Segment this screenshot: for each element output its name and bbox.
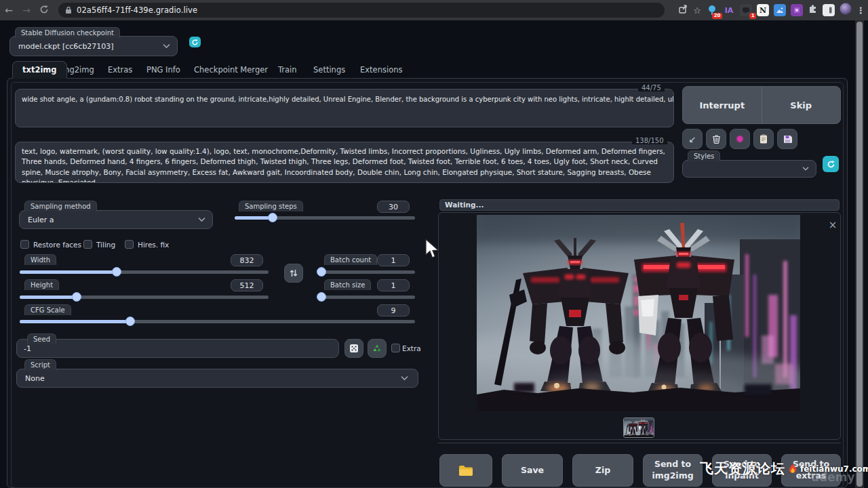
- dice-icon: [349, 344, 359, 353]
- extra-seed-checkbox[interactable]: [391, 344, 400, 352]
- script-label: Script: [24, 359, 56, 370]
- height-label: Height: [24, 279, 59, 290]
- reuse-seed-button[interactable]: [368, 339, 387, 358]
- batch-count-input[interactable]: [377, 254, 410, 266]
- tab-checkpoint-merger[interactable]: Checkpoint Merger: [194, 61, 268, 79]
- tab-settings[interactable]: Settings: [313, 61, 345, 79]
- width-input[interactable]: [231, 254, 263, 266]
- tab-train[interactable]: Train: [278, 61, 297, 79]
- chevron-down-icon: [802, 167, 809, 171]
- prompt-textarea[interactable]: wide shot angle, a (gundam:0.8) robot st…: [15, 89, 674, 127]
- width-label: Width: [24, 254, 56, 265]
- ext-screenshot-icon[interactable]: [774, 4, 786, 16]
- ext-pin-icon[interactable]: 20: [706, 4, 718, 16]
- browser-toolbar: ← → 02a56ff4-71ff-439e.gradio.live ☆ 20 …: [0, 0, 868, 20]
- negative-prompt-textarea[interactable]: text, logo, watermark, (worst quality, l…: [15, 142, 674, 183]
- save-button[interactable]: Save: [502, 454, 563, 487]
- skip-button[interactable]: Skip: [762, 87, 841, 123]
- tiling-label: Tiling: [96, 241, 115, 249]
- refresh-checkpoint-button[interactable]: [189, 37, 201, 47]
- reload-icon[interactable]: [35, 5, 53, 16]
- paste-params-button[interactable]: ↙: [682, 129, 703, 149]
- lock-icon: [65, 6, 72, 14]
- script-dropdown[interactable]: None: [16, 369, 418, 388]
- forum-watermark-url: feitianwu7.com: [800, 464, 868, 474]
- refresh-styles-button[interactable]: [823, 156, 839, 172]
- progress-status: Waiting...: [445, 201, 484, 209]
- batch-count-slider[interactable]: [317, 267, 415, 277]
- folder-icon: [458, 465, 473, 476]
- styles-dropdown[interactable]: [682, 160, 816, 178]
- tab-extras[interactable]: Extras: [108, 61, 132, 79]
- generated-image[interactable]: [477, 215, 800, 411]
- apply-styles-button[interactable]: [753, 129, 774, 149]
- chevron-down-icon: [198, 218, 205, 222]
- tiling-checkbox[interactable]: [83, 240, 92, 249]
- zip-button[interactable]: Zip: [572, 454, 633, 487]
- width-slider[interactable]: [20, 267, 269, 277]
- clipboard-icon: [760, 134, 768, 144]
- tab-png-info[interactable]: PNG Info: [146, 61, 180, 79]
- cfg-scale-slider[interactable]: [20, 317, 415, 326]
- ext-notion-icon[interactable]: N: [757, 4, 769, 16]
- ext-chat-icon[interactable]: 1: [740, 4, 752, 16]
- open-folder-button[interactable]: [439, 454, 492, 487]
- restore-faces-checkbox[interactable]: [20, 240, 29, 249]
- ext-ia-icon[interactable]: IA: [723, 4, 735, 16]
- sampling-steps-slider[interactable]: [235, 213, 415, 222]
- seed-input[interactable]: [16, 339, 339, 358]
- ext-sidebar-icon[interactable]: [823, 4, 835, 16]
- swap-dimensions-button[interactable]: [284, 264, 303, 283]
- profile-avatar[interactable]: [840, 3, 852, 18]
- chevron-down-icon: [401, 376, 408, 381]
- back-icon[interactable]: ←: [0, 5, 18, 16]
- restore-faces-label: Restore faces: [33, 241, 81, 249]
- refresh-icon: [827, 160, 835, 169]
- extension-strip: ☆ 20 IA 1 N: [678, 0, 865, 20]
- sampling-method-dropdown[interactable]: Euler a: [19, 210, 213, 229]
- random-seed-button[interactable]: [344, 339, 363, 358]
- batch-size-input[interactable]: [377, 279, 410, 291]
- cfg-scale-input[interactable]: [377, 304, 410, 317]
- save-style-button[interactable]: [777, 129, 797, 149]
- negative-token-counter: 138/150: [632, 137, 667, 144]
- url-text: 02a56ff4-71ff-439e.gradio.live: [77, 5, 197, 15]
- gundam-cyberpunk-render: [477, 215, 800, 411]
- tab-extensions[interactable]: Extensions: [360, 61, 402, 79]
- share-icon[interactable]: [678, 4, 688, 17]
- ext-onenote-icon[interactable]: [791, 4, 803, 16]
- batch-size-slider[interactable]: [317, 292, 415, 302]
- forum-watermark-text: 飞天资源论坛: [700, 460, 785, 478]
- gallery-thumbnail[interactable]: [623, 418, 654, 438]
- styles-label: Styles: [688, 150, 720, 161]
- page-scrollbar[interactable]: [856, 22, 863, 487]
- extra-seed-label: Extra: [402, 344, 421, 352]
- height-slider[interactable]: [20, 292, 269, 302]
- flame-icon: [787, 462, 799, 476]
- height-input[interactable]: [231, 279, 263, 291]
- paste-arrow-icon: ↙: [689, 134, 696, 144]
- clear-prompt-button[interactable]: [706, 129, 726, 149]
- gundam-cyberpunk-render: [624, 418, 654, 437]
- swap-arrows-icon: [290, 268, 298, 278]
- forward-icon[interactable]: →: [18, 5, 35, 16]
- close-icon[interactable]: ×: [827, 220, 838, 230]
- batch-size-label: Batch size: [324, 279, 371, 290]
- extensions-puzzle-icon[interactable]: [808, 4, 818, 17]
- interrupt-button[interactable]: Interrupt: [683, 87, 762, 123]
- bookmark-star-icon[interactable]: ☆: [693, 5, 701, 16]
- mouse-cursor: [425, 239, 439, 259]
- tab-txt2img[interactable]: txt2img: [12, 61, 67, 79]
- extra-networks-button[interactable]: [730, 129, 750, 149]
- recycle-icon: [372, 344, 382, 353]
- chevron-down-icon: [163, 44, 170, 49]
- batch-count-label: Batch count: [324, 254, 377, 265]
- sampling-steps-input[interactable]: [377, 201, 410, 213]
- app-window: ← → 02a56ff4-71ff-439e.gradio.live ☆ 20 …: [0, 0, 868, 488]
- browser-menu-icon[interactable]: ⋮: [856, 5, 865, 16]
- negative-prompt-text: text, logo, watermark, (worst quality, l…: [16, 142, 673, 183]
- address-bar[interactable]: 02a56ff4-71ff-439e.gradio.live: [58, 3, 665, 18]
- hires-fix-checkbox[interactable]: [125, 240, 134, 249]
- checkpoint-dropdown[interactable]: model.ckpt [cc6cb27103]: [9, 36, 178, 56]
- send-to-img2img-button[interactable]: Send to img2img: [643, 454, 703, 487]
